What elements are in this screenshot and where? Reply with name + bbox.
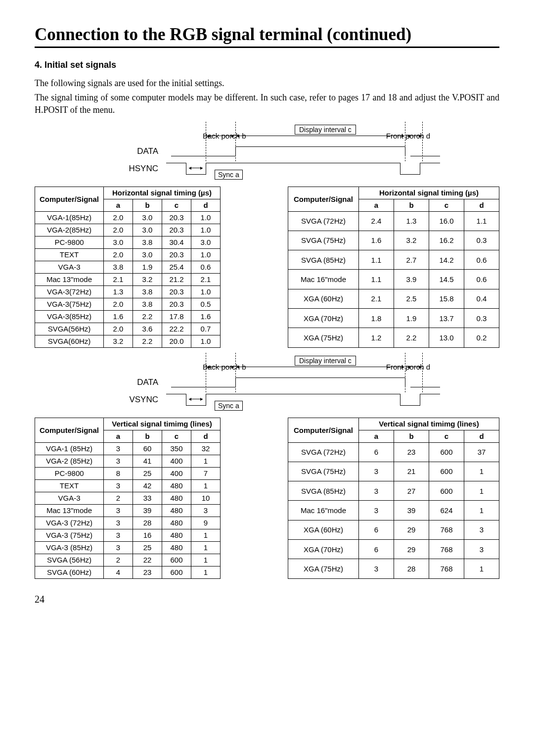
table-cell: SVGA (85Hz) <box>288 481 359 501</box>
table-cell: 1.3 <box>104 285 133 298</box>
display-interval-label: Display interval c <box>295 125 356 135</box>
table-row: SVGA (75Hz)3216001 <box>288 462 499 481</box>
table-cell: 3 <box>464 520 499 539</box>
table-cell: 1.1 <box>359 270 394 289</box>
table-cell: 4 <box>104 566 133 578</box>
vsync-waveform <box>166 394 440 406</box>
vsync-row-label: VSYNC <box>94 395 166 405</box>
table-cell: 1.8 <box>359 308 394 328</box>
table-cell: 400 <box>162 467 191 479</box>
table-cell: XGA (75Hz) <box>288 328 359 347</box>
table-cell: 27 <box>394 481 429 501</box>
table-cell: 3 <box>359 501 394 520</box>
table-cell: 1.0 <box>191 224 221 236</box>
table-cell: 9 <box>191 517 221 529</box>
table-cell: 15.8 <box>429 289 464 308</box>
table-cell: 2.4 <box>359 211 394 231</box>
table-cell: 400 <box>162 455 191 467</box>
table-cell: 13.7 <box>429 308 464 328</box>
col-d: d <box>191 199 221 211</box>
table-row: SVGA (72Hz)62360037 <box>288 442 499 462</box>
table-row: VGA-3 (72Hz)3284809 <box>35 517 221 529</box>
col-b: b <box>394 199 429 211</box>
table-row: SVGA (56Hz)2226001 <box>35 554 221 566</box>
table-cell: 1 <box>464 501 499 520</box>
table-cell: SVGA(56Hz) <box>35 323 104 335</box>
table-cell: 3.0 <box>133 211 162 224</box>
table-cell: VGA-3(72Hz) <box>35 285 104 298</box>
table-cell: 0.2 <box>464 328 499 347</box>
col-d: d <box>191 430 221 442</box>
table-cell: 8 <box>104 467 133 479</box>
table-cell: 350 <box>162 442 191 455</box>
table-row: Mac 13"mode2.13.221.22.1 <box>35 273 221 285</box>
table-cell: 3 <box>359 559 394 578</box>
table-cell: 39 <box>394 501 429 520</box>
table-cell: 14.2 <box>429 250 464 270</box>
table-cell: 37 <box>464 442 499 462</box>
col-signal-header: Computer/Signal <box>288 418 359 442</box>
vert-header: Vertical signal timimg (lines) <box>104 418 221 430</box>
table-cell: 3.2 <box>133 273 162 285</box>
table-cell: VGA-2 (85Hz) <box>35 455 104 467</box>
table-cell: 2.0 <box>104 323 133 335</box>
table-cell: TEXT <box>35 248 104 261</box>
table-cell: 2.2 <box>394 328 429 347</box>
table-cell: 28 <box>133 517 162 529</box>
table-cell: VGA-3 <box>35 261 104 273</box>
table-cell: PC-9800 <box>35 236 104 248</box>
table-cell: 480 <box>162 541 191 554</box>
table-cell: 25.4 <box>162 261 191 273</box>
table-cell: 1 <box>191 455 221 467</box>
table-cell: 3.8 <box>104 261 133 273</box>
data-waveform <box>166 378 440 387</box>
col-signal-header: Computer/Signal <box>35 187 104 211</box>
table-cell: 1.0 <box>191 335 221 347</box>
col-a: a <box>104 199 133 211</box>
table-cell: 768 <box>429 559 464 578</box>
section-heading: 4. Initial set signals <box>35 60 499 70</box>
table-cell: 3.6 <box>133 323 162 335</box>
table-cell: 1 <box>191 479 221 492</box>
table-cell: 2 <box>104 492 133 504</box>
table-cell: 2.0 <box>104 224 133 236</box>
table-cell: 1 <box>191 566 221 578</box>
table-cell: 2.5 <box>394 289 429 308</box>
table-cell: 1.3 <box>394 211 429 231</box>
table-cell: 3.0 <box>133 248 162 261</box>
table-cell: PC-9800 <box>35 467 104 479</box>
col-d: d <box>464 430 499 442</box>
table-cell: 1 <box>464 462 499 481</box>
hsync-waveform <box>166 163 440 175</box>
vsync-timing-diagram: Back porch b Front porch d DATA Display … <box>94 363 440 408</box>
table-cell: Mac 13"mode <box>35 504 104 517</box>
table-row: XGA (70Hz)1.81.913.70.3 <box>288 308 499 328</box>
table-cell: 25 <box>133 541 162 554</box>
table-cell: 2.1 <box>104 273 133 285</box>
table-cell: 0.6 <box>464 250 499 270</box>
table-cell: 23 <box>394 442 429 462</box>
table-cell: 1 <box>191 529 221 541</box>
table-cell: SVGA (72Hz) <box>288 211 359 231</box>
table-cell: XGA (75Hz) <box>288 559 359 578</box>
horizontal-timing-table-left: Computer/Signal Horizontal signal timing… <box>35 187 221 348</box>
table-cell: 3 <box>104 529 133 541</box>
table-cell: 480 <box>162 479 191 492</box>
sync-a-arrow <box>189 168 203 168</box>
table-cell: 480 <box>162 504 191 517</box>
table-cell: 3 <box>191 504 221 517</box>
table-row: VGA-2(85Hz)2.03.020.31.0 <box>35 224 221 236</box>
col-b: b <box>133 430 162 442</box>
table-cell: 3 <box>104 479 133 492</box>
table-row: XGA (75Hz)1.22.213.00.2 <box>288 328 499 347</box>
data-row-label: DATA <box>94 378 166 387</box>
table-cell: 3.8 <box>133 236 162 248</box>
col-a: a <box>104 430 133 442</box>
table-cell: 2.1 <box>359 289 394 308</box>
table-row: SVGA (85Hz)3276001 <box>288 481 499 501</box>
col-b: b <box>394 430 429 442</box>
data-row-label: DATA <box>94 146 166 156</box>
vertical-timing-table-right: Computer/Signal Vertical signal timimg (… <box>288 418 499 579</box>
table-cell: 0.4 <box>464 289 499 308</box>
table-cell: 3 <box>104 455 133 467</box>
